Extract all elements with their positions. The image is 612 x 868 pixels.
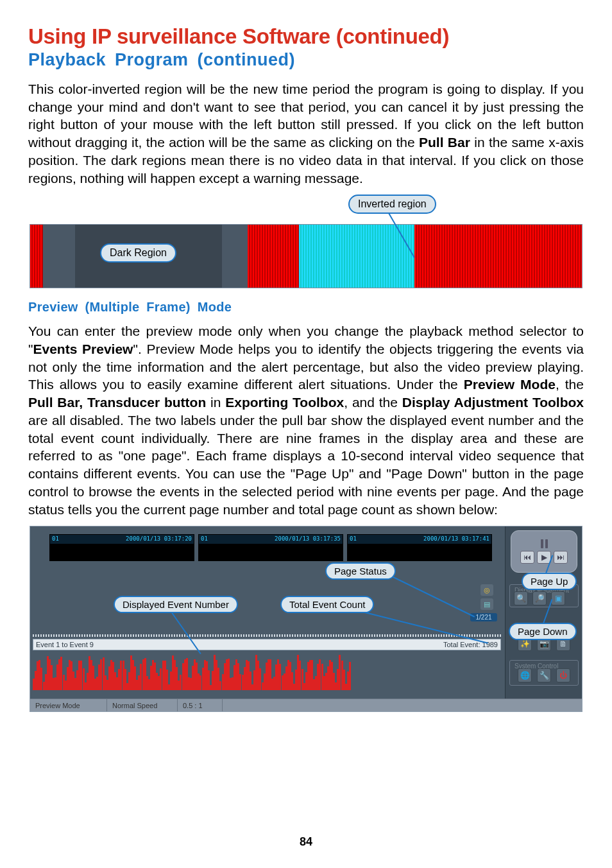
zoom-in-icon[interactable]: 🔍	[514, 591, 528, 605]
right-control-panel: ⏮ ▶ ⏭ Display Adjustment 🔍 🔎 ▣ ✨ 📷 🗎 Sys…	[505, 526, 582, 711]
status-mode: Preview Mode	[30, 699, 107, 711]
page-number: 84	[0, 835, 612, 849]
figure-timeline: Inverted region Dark Region	[30, 195, 582, 291]
pause-icon[interactable]	[538, 539, 550, 548]
paragraph-2: You can enter the preview mode only when…	[28, 322, 584, 518]
zoom-out-icon[interactable]: 🔎	[532, 591, 547, 605]
total-event-count-label: Total Event: 1989	[443, 641, 498, 648]
power-icon[interactable]: ⏻	[556, 668, 570, 682]
paragraph-1: This color-inverted region will be the n…	[28, 80, 584, 187]
waveform-histogram[interactable]	[33, 655, 353, 690]
fit-icon[interactable]: ▣	[551, 591, 565, 605]
callout-page-down: Page Down	[509, 623, 577, 640]
figure-preview-ui: 012000/01/13 03:17:20 012000/01/13 03:17…	[30, 526, 582, 712]
playback-control-block: ⏮ ▶ ⏭	[511, 530, 577, 573]
side-mini-icons: ◎ ▤	[480, 584, 493, 610]
next-button[interactable]: ⏭	[554, 551, 568, 564]
section-heading-preview: Preview (Multiple Frame) Mode	[28, 300, 584, 315]
callout-inverted-region: Inverted region	[348, 195, 436, 214]
callout-total-event-count: Total Event Count	[280, 596, 374, 613]
page-title: Using IP surveillance Software (continue…	[28, 24, 584, 49]
preview-frame-3[interactable]: 012000/01/13 03:17:41	[347, 534, 492, 561]
event-strip: Event 1 to Event 9 Total Event: 1989	[33, 639, 501, 650]
globe-icon[interactable]: 🌐	[518, 668, 532, 682]
preview-frames: 012000/01/13 03:17:20 012000/01/13 03:17…	[49, 534, 492, 561]
settings-icon[interactable]: 🔧	[537, 668, 551, 682]
preview-frame-2[interactable]: 012000/01/13 03:17:35	[198, 534, 343, 561]
callout-page-status: Page Status	[325, 562, 396, 580]
status-speed: Normal Speed	[107, 699, 178, 711]
callout-displayed-event-number: Displayed Event Number	[114, 596, 238, 613]
callout-page-up: Page Up	[522, 573, 577, 590]
status-zoom: 0.5 : 1	[178, 699, 223, 711]
mini-icon-2[interactable]: ▤	[480, 598, 493, 610]
displayed-event-number-label: Event 1 to Event 9	[36, 641, 94, 648]
mini-icon-1[interactable]: ◎	[480, 584, 493, 596]
status-bar: Preview Mode Normal Speed 0.5 : 1	[30, 699, 582, 711]
page-subtitle: Playback Program (continued)	[28, 50, 584, 70]
prev-button[interactable]: ⏮	[520, 551, 534, 564]
preview-frame-1[interactable]: 012000/01/13 03:17:20	[49, 534, 194, 561]
callout-dark-region: Dark Region	[100, 243, 176, 263]
pull-bar-term: Pull Bar	[419, 135, 470, 150]
